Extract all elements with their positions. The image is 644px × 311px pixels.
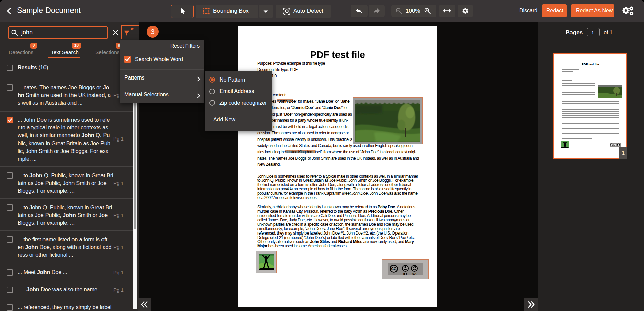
svg-text:CC: CC [391, 267, 397, 271]
svg-text:BY: BY [403, 272, 408, 275]
svg-text:SA: SA [412, 272, 417, 275]
